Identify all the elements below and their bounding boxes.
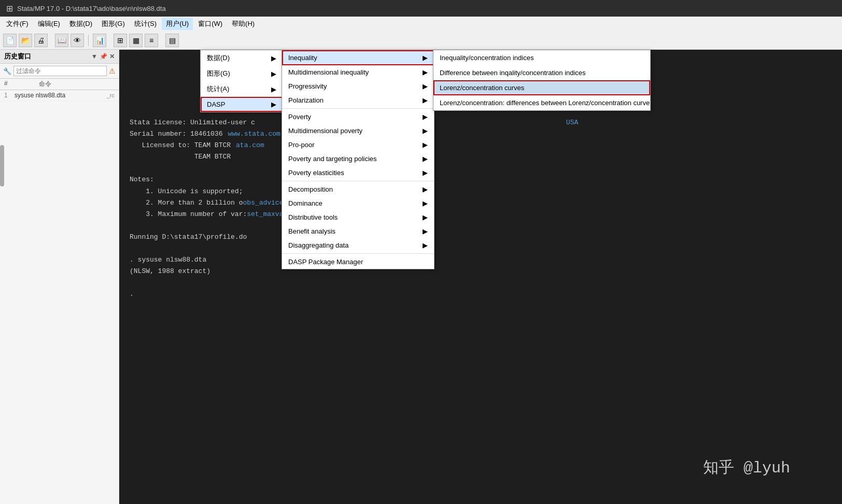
menu-graph[interactable]: 图形(G) (97, 18, 129, 30)
menu-help[interactable]: 帮助(H) (228, 18, 259, 30)
graph-btn[interactable]: 👁 (71, 34, 84, 47)
advice-text: obs_advice. (243, 199, 287, 207)
stata-logo: ST∆ (264, 60, 307, 91)
close-icon[interactable]: ✕ (109, 53, 115, 60)
viewer-btn[interactable]: 📖 (55, 34, 68, 47)
terminal-note3: 3. Maximum number of var:set_maxvar. (130, 209, 578, 220)
sidebar: 历史窗口 ▼ 📌 ✕ 🔧 ⚠ # 命令 1 sysuse nlsw88.dta … (0, 50, 119, 504)
terminal-notes: Notes: (130, 174, 578, 185)
open-btn[interactable]: 📂 (19, 34, 32, 47)
grid-btn[interactable]: ⊞ (114, 34, 127, 47)
row-cmd: sysuse nlsw88.dta (15, 92, 107, 99)
url1-text: www.stata.com (228, 130, 280, 138)
row-extra: _rc (107, 92, 115, 98)
terminal-line-license: Stata license: Unlimited-user cUSA (130, 117, 578, 128)
history-row-1[interactable]: 1 sysuse nlsw88.dta _rc (0, 90, 119, 101)
menu-user[interactable]: 用户(U) (162, 18, 193, 30)
row-num: 1 (4, 92, 15, 99)
new-btn[interactable]: 📄 (3, 34, 17, 47)
menu-edit[interactable]: 编辑(E) (34, 18, 64, 30)
pin-icon[interactable]: 📌 (100, 53, 107, 60)
scrollbar[interactable] (0, 145, 4, 186)
chart-btn[interactable]: 📊 (93, 34, 106, 47)
menu-data[interactable]: 数据(D) (65, 18, 96, 30)
menu-window[interactable]: 窗口(W) (194, 18, 227, 30)
sidebar-search-bar: 🔧 ⚠ (0, 64, 119, 79)
terminal-line-team: TEAM BTCR (130, 151, 578, 163)
terminal-cmd1: . sysuse nlsw88.dta (130, 254, 578, 266)
sidebar-header: 历史窗口 ▼ 📌 ✕ (0, 50, 119, 64)
terminal-line-license2: Licensed to: TEAM BTCRata.com (130, 140, 578, 151)
app-grid-icon: ⊞ (6, 4, 13, 13)
menu-bar: 文件(F) 编辑(E) 数据(D) 图形(G) 统计(S) 用户(U) 窗口(W… (0, 17, 842, 31)
print-btn[interactable]: 🖨 (34, 34, 48, 47)
terminal-content: Stata license: Unlimited-user cUSA Seria… (130, 117, 578, 300)
warning-icon: ⚠ (109, 67, 116, 75)
title-text: Stata/MP 17.0 - D:\stata17\ado\base\n\nl… (17, 5, 166, 12)
sidebar-col-header: # 命令 (0, 79, 119, 90)
filter-icon[interactable]: ▼ (91, 53, 97, 60)
title-bar: ⊞ Stata/MP 17.0 - D:\stata17\ado\base\n\… (0, 0, 842, 17)
col-hash: # (4, 80, 8, 89)
main-layout: 历史窗口 ▼ 📌 ✕ 🔧 ⚠ # 命令 1 sysuse nlsw88.dta … (0, 50, 842, 504)
table-btn[interactable]: ▦ (129, 34, 143, 47)
terminal-running: Running D:\stata17\profile.do (130, 232, 578, 243)
maxvar-text: set_maxvar. (247, 210, 291, 218)
terminal-subtitle: Statistics and Data Science (249, 92, 375, 101)
terminal-area: ST∆ Statistics and Data Science Stata li… (119, 50, 842, 504)
terminal-prompt: . (130, 289, 578, 300)
col-cmd: 命令 (39, 80, 51, 89)
url2-text: ata.com (236, 141, 264, 149)
results-btn[interactable]: ▤ (165, 34, 179, 47)
location-text: USA (566, 119, 578, 126)
watermark: 知乎 @lyuh (703, 457, 790, 478)
menu-file[interactable]: 文件(F) (2, 18, 33, 30)
menu-stats[interactable]: 统计(S) (130, 18, 161, 30)
wrench-icon: 🔧 (3, 67, 11, 75)
terminal-cmd2: (NLSW, 1988 extract) (130, 266, 578, 277)
list-btn[interactable]: ≡ (145, 34, 158, 47)
terminal-note2: 2. More than 2 billion oobs_advice. (130, 197, 578, 209)
toolbar: 📄 📂 🖨 📖 👁 📊 ⊞ ▦ ≡ ▤ (0, 31, 842, 50)
terminal-line-serial: Serial number: 18461036www.stata.com (130, 128, 578, 140)
terminal-note1: 1. Unicode is supported; (130, 186, 578, 197)
filter-input[interactable] (13, 66, 107, 76)
sidebar-title: 历史窗口 (4, 52, 31, 61)
